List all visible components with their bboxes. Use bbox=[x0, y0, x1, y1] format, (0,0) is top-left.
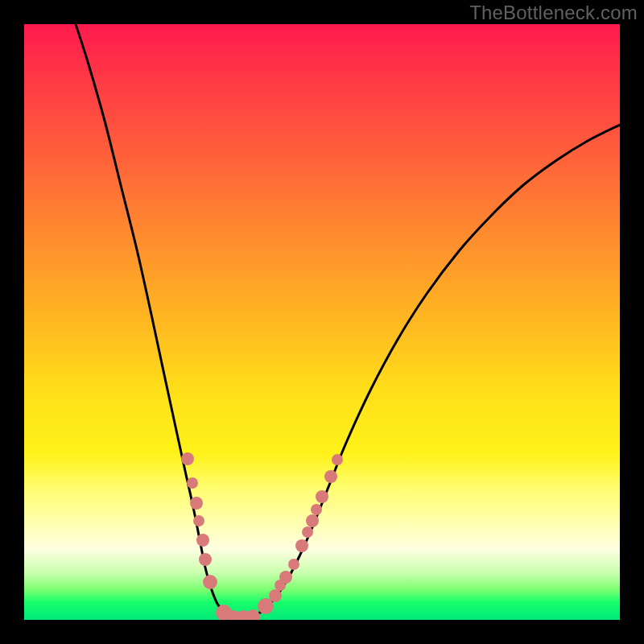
data-marker bbox=[295, 539, 308, 552]
data-marker bbox=[279, 571, 292, 584]
data-markers bbox=[181, 452, 343, 620]
data-marker bbox=[196, 534, 209, 547]
chart-frame bbox=[24, 24, 620, 620]
data-marker bbox=[316, 490, 328, 503]
data-marker bbox=[193, 515, 204, 526]
data-marker bbox=[288, 559, 299, 570]
bottleneck-chart bbox=[24, 24, 620, 620]
data-marker bbox=[203, 575, 217, 589]
watermark-text: TheBottleneck.com bbox=[469, 2, 638, 24]
data-marker bbox=[306, 514, 319, 527]
data-marker bbox=[190, 497, 203, 510]
data-marker bbox=[302, 526, 313, 538]
data-marker bbox=[311, 504, 322, 515]
bottleneck-curve bbox=[76, 24, 620, 617]
data-marker bbox=[332, 454, 343, 465]
data-marker bbox=[324, 470, 337, 483]
data-marker bbox=[269, 589, 282, 602]
data-marker bbox=[199, 553, 212, 566]
data-marker bbox=[181, 452, 194, 465]
data-marker bbox=[187, 477, 198, 489]
data-marker bbox=[246, 609, 260, 620]
